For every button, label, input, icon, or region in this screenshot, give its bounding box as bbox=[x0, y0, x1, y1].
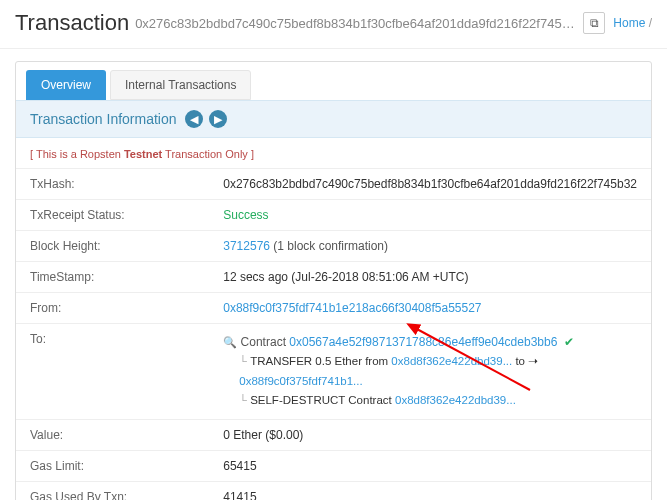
row-from: From:0x88f9c0f375fdf741b1e218ac66f30408f… bbox=[16, 293, 651, 324]
page-heading: Transaction 0x276c83b2bdbd7c490c75bedf8b… bbox=[0, 0, 667, 49]
breadcrumb: Home / bbox=[613, 16, 652, 30]
tx-nav-arrows: ◀ ▶ bbox=[185, 110, 231, 128]
value-from: 0x88f9c0f375fdf741b1e218ac66f30408f5a555… bbox=[209, 293, 651, 324]
tab-internal[interactable]: Internal Transactions bbox=[110, 70, 251, 100]
row-time: TimeStamp:12 secs ago (Jul-26-2018 08:51… bbox=[16, 262, 651, 293]
breadcrumb-sep: / bbox=[649, 16, 652, 30]
block-conf: (1 block confirmation) bbox=[270, 239, 388, 253]
block-link[interactable]: 3712576 bbox=[223, 239, 270, 253]
to-contract-link[interactable]: 0x0567a4e52f9871371788c86e4eff9e04cdeb3b… bbox=[289, 335, 557, 349]
tx-panel: Overview Internal Transactions Transacti… bbox=[15, 61, 652, 500]
page-title: Transaction bbox=[15, 10, 129, 36]
label-block: Block Height: bbox=[16, 231, 209, 262]
label-gasused: Gas Used By Txn: bbox=[16, 482, 209, 500]
row-block: Block Height:3712576 (1 block confirmati… bbox=[16, 231, 651, 262]
label-status: TxReceipt Status: bbox=[16, 200, 209, 231]
tab-overview[interactable]: Overview bbox=[26, 70, 106, 100]
prev-tx-button[interactable]: ◀ bbox=[185, 110, 203, 128]
value-txhash: 0x276c83b2bdbd7c490c75bedf8b834b1f30cfbe… bbox=[209, 169, 651, 200]
transfer-to-link[interactable]: 0x88f9c0f375fdf741b1... bbox=[239, 375, 362, 387]
contract-word: Contract bbox=[241, 335, 290, 349]
value-block: 3712576 (1 block confirmation) bbox=[209, 231, 651, 262]
label-value: Value: bbox=[16, 420, 209, 451]
label-gaslimit: Gas Limit: bbox=[16, 451, 209, 482]
label-time: TimeStamp: bbox=[16, 262, 209, 293]
transfer-from-link[interactable]: 0x8d8f362e422dbd39... bbox=[391, 355, 512, 367]
section-header: Transaction Information ◀ ▶ bbox=[16, 100, 651, 138]
transfer-line: └ TRANSFER 0.5 Ether from 0x8d8f362e422d… bbox=[223, 352, 637, 391]
row-value: Value:0 Ether ($0.00) bbox=[16, 420, 651, 451]
label-txhash: TxHash: bbox=[16, 169, 209, 200]
selfdestruct-link[interactable]: 0x8d8f362e422dbd39... bbox=[395, 394, 516, 406]
row-status: TxReceipt Status:Success bbox=[16, 200, 651, 231]
value-gaslimit: 65415 bbox=[209, 451, 651, 482]
search-icon[interactable]: 🔍 bbox=[223, 336, 237, 348]
value-status: Success bbox=[209, 200, 651, 231]
breadcrumb-home-link[interactable]: Home bbox=[613, 16, 645, 30]
label-to: To: bbox=[16, 324, 209, 420]
label-from: From: bbox=[16, 293, 209, 324]
from-address-link[interactable]: 0x88f9c0f375fdf741b1e218ac66f30408f5a555… bbox=[223, 301, 481, 315]
value-value: 0 Ether ($0.00) bbox=[209, 420, 651, 451]
copy-hash-button[interactable]: ⧉ bbox=[583, 12, 605, 34]
value-gasused: 41415 bbox=[209, 482, 651, 500]
testnet-notice: [ This is a Ropsten Testnet Transaction … bbox=[16, 138, 651, 168]
check-icon: ✔ bbox=[564, 335, 574, 349]
tx-table: TxHash:0x276c83b2bdbd7c490c75bedf8b834b1… bbox=[16, 168, 651, 500]
section-title: Transaction Information bbox=[30, 111, 177, 127]
tabs: Overview Internal Transactions bbox=[16, 62, 651, 100]
selfdestruct-line: └ SELF-DESTRUCT Contract 0x8d8f362e422db… bbox=[223, 391, 637, 411]
heading-hash: 0x276c83b2bdbd7c490c75bedf8b834b1f30cfbe… bbox=[135, 16, 577, 31]
row-txhash: TxHash:0x276c83b2bdbd7c490c75bedf8b834b1… bbox=[16, 169, 651, 200]
next-tx-button[interactable]: ▶ bbox=[209, 110, 227, 128]
row-gasused: Gas Used By Txn:41415 bbox=[16, 482, 651, 500]
value-to: 🔍 Contract 0x0567a4e52f9871371788c86e4ef… bbox=[209, 324, 651, 420]
row-to: To: 🔍 Contract 0x0567a4e52f9871371788c86… bbox=[16, 324, 651, 420]
row-gaslimit: Gas Limit:65415 bbox=[16, 451, 651, 482]
value-time: 12 secs ago (Jul-26-2018 08:51:06 AM +UT… bbox=[209, 262, 651, 293]
